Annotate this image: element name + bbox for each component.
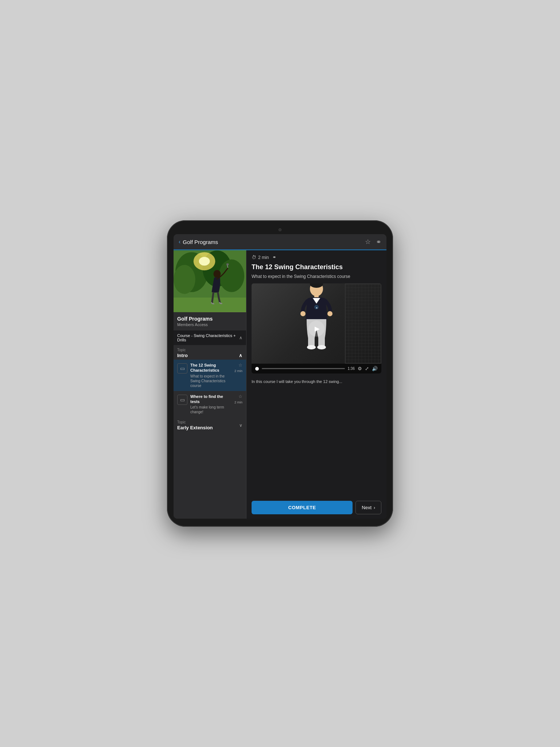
topic-early-extension-content: Topic Early Extension	[177, 420, 213, 430]
bookmark-icon[interactable]: ☆	[365, 238, 371, 246]
svg-point-13	[300, 311, 306, 316]
sidebar-hero-image	[174, 250, 246, 312]
next-label: Next	[362, 505, 372, 510]
svg-rect-7	[174, 298, 246, 312]
lesson-2-duration: 2 min	[234, 400, 242, 404]
main-content: Golf Programs Members Access Course - Sw…	[174, 250, 386, 519]
play-button-overlay[interactable]: ▶	[308, 321, 324, 337]
program-subtitle: Members Access	[177, 322, 242, 327]
action-bar: COMPLETE Next ›	[246, 498, 386, 519]
fullscreen-icon[interactable]: ⤢	[365, 366, 369, 371]
video-controls: 1:36 ⚙ ⤢ 🔊	[252, 364, 381, 374]
content-panel: ⏱ 2 min ⚭ The 12 Swing Characteristics W…	[246, 250, 386, 519]
play-icon: ▶	[315, 325, 320, 333]
complete-button[interactable]: COMPLETE	[252, 501, 353, 514]
topic-intro-section: Topic Intro ∧	[174, 345, 246, 360]
video-net-background	[345, 283, 381, 364]
topic-intro-chevron-icon: ∧	[239, 353, 242, 358]
sidebar: Golf Programs Members Access Course - Sw…	[174, 250, 246, 519]
lesson-item-1[interactable]: ▭ The 12 Swing Characteristics What to e…	[174, 360, 246, 391]
lesson-item-2[interactable]: ▭ Where to find the tests Let's make lon…	[174, 391, 246, 418]
svg-point-18	[317, 345, 326, 349]
lesson-2-info: Where to find the tests Let's make long …	[190, 394, 232, 415]
lesson-1-meta: ☆ 2 min	[234, 363, 242, 373]
settings-icon[interactable]: ⚙	[358, 366, 362, 371]
content-duration: ⏱ 2 min	[252, 255, 269, 260]
next-button[interactable]: Next ›	[355, 501, 381, 514]
program-title: Golf Programs	[177, 316, 242, 322]
svg-point-17	[307, 345, 316, 349]
lesson-1-duration: 2 min	[234, 369, 242, 373]
lesson-1-title: The 12 Swing Characteristics	[190, 363, 232, 373]
share-link-icon[interactable]: ⚭	[376, 238, 381, 246]
progress-dot[interactable]	[255, 367, 259, 371]
lesson-1-info: The 12 Swing Characteristics What to exp…	[190, 363, 232, 388]
topic-early-extension[interactable]: Topic Early Extension ∨	[174, 417, 246, 433]
back-navigation[interactable]: ‹ Golf Programs	[179, 239, 218, 245]
progress-bar[interactable]	[262, 368, 345, 369]
header-title: Golf Programs	[183, 239, 218, 245]
topic-early-extension-label: Topic	[177, 420, 213, 424]
content-link-icon[interactable]: ⚭	[272, 255, 276, 260]
book-icon: ▭	[180, 365, 185, 371]
tablet-camera	[279, 228, 281, 231]
svg-rect-9	[226, 263, 229, 265]
lesson-2-meta: ☆ 2 min	[234, 394, 242, 404]
svg-point-3	[219, 259, 244, 292]
lesson-1-star-icon[interactable]: ☆	[238, 363, 242, 368]
topic-intro-title[interactable]: Intro ∧	[177, 353, 242, 358]
course-chevron-up-icon: ∧	[239, 335, 242, 340]
lesson-2-star-icon[interactable]: ☆	[238, 394, 242, 399]
lesson-1-desc: What to expect in the Swing Characterist…	[190, 374, 232, 388]
lesson-2-icon: ▭	[177, 395, 187, 405]
video-time: 1:36	[348, 367, 355, 371]
tablet-screen: ‹ Golf Programs ☆ ⚭	[174, 234, 386, 519]
play-button[interactable]: ▶	[308, 321, 324, 337]
course-section-title: Course - Swing Characteristics + Drills	[177, 333, 239, 342]
lesson-2-title: Where to find the tests	[190, 394, 232, 405]
volume-icon[interactable]: 🔊	[372, 366, 378, 371]
early-extension-chevron-icon: ∨	[239, 423, 242, 428]
content-description: In this course I will take you through t…	[246, 377, 386, 388]
back-icon: ‹	[179, 239, 180, 245]
instructor-figure: ★	[293, 283, 340, 353]
video-container[interactable]: ★ ▶	[252, 283, 381, 374]
content-meta: ⏱ 2 min ⚭	[246, 250, 386, 263]
svg-point-6	[199, 257, 210, 266]
content-subtitle: What to expect in the Swing Characterist…	[246, 274, 386, 283]
clock-icon: ⏱	[252, 255, 256, 260]
lesson-2-desc: Let's make long term change!	[190, 405, 232, 414]
app-header: ‹ Golf Programs ☆ ⚭	[174, 234, 386, 250]
course-section[interactable]: Course - Swing Characteristics + Drills …	[174, 330, 246, 345]
topic-early-extension-title: Early Extension	[177, 425, 213, 430]
header-actions: ☆ ⚭	[365, 238, 381, 246]
svg-point-4	[174, 265, 195, 294]
tablet-device: ‹ Golf Programs ☆ ⚭	[167, 220, 393, 527]
content-title: The 12 Swing Characteristics	[246, 263, 386, 274]
duration-text: 2 min	[258, 255, 269, 260]
book-icon-2: ▭	[180, 397, 185, 403]
next-arrow-icon: ›	[374, 505, 375, 510]
program-info: Golf Programs Members Access	[174, 312, 246, 329]
topic-intro-label: Topic	[177, 348, 242, 352]
svg-point-14	[327, 311, 332, 316]
lesson-1-icon: ▭	[177, 363, 187, 374]
svg-text:★: ★	[316, 307, 318, 309]
